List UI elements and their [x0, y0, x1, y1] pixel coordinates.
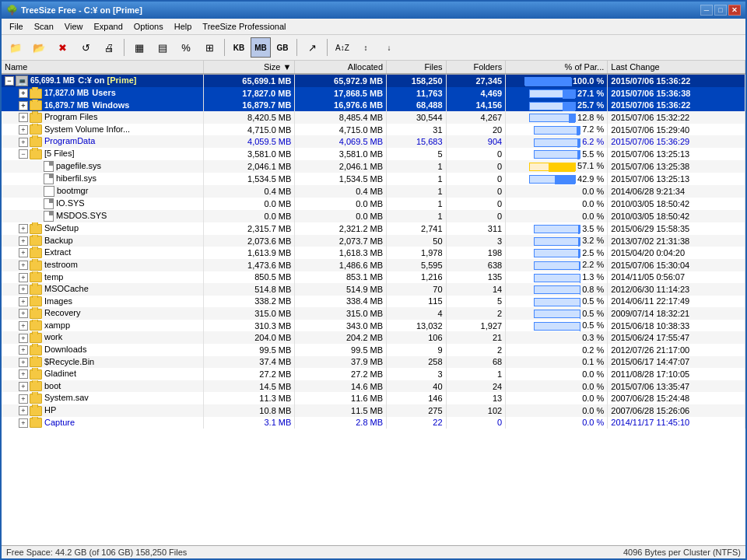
percent-button[interactable]: % — [175, 37, 197, 58]
cell-files: 50 — [387, 235, 447, 247]
expand-icon[interactable]: + — [19, 89, 28, 98]
expand-icon[interactable]: + — [19, 113, 28, 122]
sort-az-button[interactable]: A↕Z — [331, 37, 353, 58]
menu-options[interactable]: Options — [129, 20, 168, 33]
expand-icon[interactable]: + — [19, 101, 28, 110]
expand-icon[interactable]: + — [19, 394, 28, 404]
table-row[interactable]: +System Volume Infor...4,715.0 MB4,715.0… — [2, 124, 745, 136]
maximize-button[interactable]: □ — [714, 5, 727, 16]
table-row[interactable]: +Program Files8,420.5 MB8,485.4 MB30,544… — [2, 111, 745, 124]
table-row[interactable]: IO.SYS0.0 MB0.0 MB100.0 %2010/03/05 18:5… — [2, 198, 745, 210]
barchart-button[interactable]: ▦ — [128, 37, 150, 58]
expand-icon[interactable]: + — [19, 224, 28, 233]
cell-size: 11.3 MB — [203, 392, 295, 404]
table-row[interactable]: +testroom1,473.6 MB1,486.6 MB5,5956382.2… — [2, 259, 745, 271]
table-row[interactable]: +Backup2,073.6 MB2,073.7 MB5033.2 %2013/… — [2, 235, 745, 247]
page-icon — [44, 198, 54, 209]
table-row[interactable]: +work204.0 MB204.2 MB106210.3 %2015/06/2… — [2, 331, 745, 344]
table-row[interactable]: +temp850.5 MB853.1 MB1,2161351.3 %2014/1… — [2, 271, 745, 284]
cell-allocated: 1,534.5 MB — [295, 173, 387, 185]
table-row[interactable]: −💻65,699.1 MBC:¥ on [Prime]65,699.1 MB65… — [2, 74, 745, 87]
menu-help[interactable]: Help — [170, 20, 197, 33]
print-button[interactable]: 🖨 — [98, 37, 120, 58]
expand-icon[interactable]: + — [19, 406, 28, 415]
table-row[interactable]: +ProgramData4,059.5 MB4,069.5 MB15,68390… — [2, 135, 745, 148]
table-row[interactable]: +HP10.8 MB11.5 MB2751020.0 %2007/06/28 1… — [2, 404, 745, 417]
cell-last-change: 2009/07/14 18:32:21 — [608, 307, 745, 320]
menu-scan[interactable]: Scan — [30, 20, 58, 33]
expand-icon[interactable]: − — [19, 149, 28, 159]
grid-button[interactable]: ⊞ — [198, 37, 220, 58]
cell-folders: 0 — [446, 173, 506, 185]
table-row[interactable]: +Extract1,613.9 MB1,618.3 MB1,9781982.5 … — [2, 247, 745, 259]
expand-icon[interactable]: + — [19, 334, 28, 343]
expand-icon[interactable]: + — [19, 273, 28, 282]
table-row[interactable]: +17,827.0 MBUsers17,827.0 MB17,868.5 MB1… — [2, 87, 745, 100]
table-row[interactable]: +Downloads99.5 MB99.5 MB920.2 %2012/07/2… — [2, 344, 745, 356]
expand-icon[interactable]: + — [19, 125, 28, 135]
expand-icon[interactable]: + — [19, 285, 28, 294]
table-row[interactable]: +xampp310.3 MB343.0 MB13,0321,9270.5 %20… — [2, 320, 745, 332]
export-button[interactable]: ↗ — [301, 37, 323, 58]
scan-button[interactable]: 📁 — [5, 37, 26, 58]
page-icon — [44, 173, 54, 184]
table-row[interactable]: MSDOS.SYS0.0 MB0.0 MB100.0 %2010/03/05 1… — [2, 210, 745, 222]
expand-icon[interactable]: + — [19, 309, 28, 318]
col-size[interactable]: Size ▼ — [203, 61, 295, 74]
gb-button[interactable]: GB — [272, 37, 293, 58]
table-row[interactable]: +boot14.5 MB14.6 MB40240.0 %2015/07/06 1… — [2, 380, 745, 393]
table-row[interactable]: +$Recycle.Bin37.4 MB37.9 MB258680.1 %201… — [2, 356, 745, 369]
col-files[interactable]: Files — [387, 61, 447, 74]
expand-icon[interactable]: + — [19, 369, 28, 379]
expand-icon[interactable]: + — [19, 382, 28, 391]
table-row[interactable]: −[5 Files]3,581.0 MB3,581.0 MB505.5 %201… — [2, 148, 745, 160]
col-name[interactable]: Name — [2, 61, 203, 74]
folder-name: temp — [44, 272, 63, 282]
expand-icon[interactable]: + — [19, 321, 28, 331]
cell-allocated: 315.0 MB — [295, 307, 387, 320]
expand-icon[interactable]: + — [19, 297, 28, 306]
table-row[interactable]: +16,879.7 MBWindows16,879.7 MB16,976.6 M… — [2, 100, 745, 112]
expand-icon[interactable]: + — [19, 261, 28, 270]
menu-professional[interactable]: TreeSize Professional — [198, 20, 290, 33]
expand-icon[interactable]: + — [19, 138, 28, 147]
sort-size-button[interactable]: ↕ — [355, 37, 377, 58]
open-button[interactable]: 📂 — [28, 37, 50, 58]
table-row[interactable]: +SwSetup2,315.7 MB2,321.2 MB2,7413113.5 … — [2, 222, 745, 235]
stop-button[interactable]: ✖ — [51, 37, 73, 58]
close-button[interactable]: ✕ — [728, 5, 741, 16]
sort-down-button[interactable]: ↓ — [378, 37, 400, 58]
table-row[interactable]: +MSOCache514.8 MB514.9 MB70140.8 %2012/0… — [2, 283, 745, 296]
expand-icon[interactable]: − — [5, 76, 14, 86]
col-allocated[interactable]: Allocated — [295, 61, 387, 74]
cell-files: 146 — [387, 392, 447, 404]
table-row[interactable]: hiberfil.sys1,534.5 MB1,534.5 MB1042.9 %… — [2, 173, 745, 185]
table-row[interactable]: bootmgr0.4 MB0.4 MB100.0 %2014/06/28 9:2… — [2, 185, 745, 198]
refresh-button[interactable]: ↺ — [75, 37, 96, 58]
menu-expand[interactable]: Expand — [89, 20, 127, 33]
kb-button[interactable]: KB — [229, 37, 249, 58]
cell-last-change: 2015/06/18 10:38:33 — [608, 320, 745, 332]
expand-icon[interactable]: + — [19, 345, 28, 355]
cell-pct: 5.5 % — [506, 148, 608, 160]
mb-button[interactable]: MB — [251, 37, 271, 58]
expand-icon[interactable]: + — [19, 248, 28, 257]
file-list[interactable]: Name Size ▼ Allocated Files Folders % of… — [2, 61, 745, 545]
table-row[interactable]: +Recovery315.0 MB315.0 MB420.5 %2009/07/… — [2, 307, 745, 320]
table-row[interactable]: +Images338.2 MB338.4 MB11550.5 %2014/06/… — [2, 296, 745, 308]
minimize-button[interactable]: ─ — [700, 5, 713, 16]
menu-file[interactable]: File — [5, 20, 28, 33]
table-row[interactable]: +Capture3.1 MB2.8 MB2200.0 %2014/11/17 1… — [2, 417, 745, 429]
table-row[interactable]: +Gladinet27.2 MB27.2 MB310.0 %2011/08/28… — [2, 368, 745, 380]
col-last-change[interactable]: Last Change — [608, 61, 745, 74]
expand-icon[interactable]: + — [19, 418, 28, 428]
chart2-button[interactable]: ▤ — [152, 37, 174, 58]
menu-view[interactable]: View — [60, 20, 88, 33]
table-row[interactable]: pagefile.sys2,046.1 MB2,046.1 MB1057.1 %… — [2, 160, 745, 173]
col-folders[interactable]: Folders — [446, 61, 506, 74]
col-pct[interactable]: % of Par... — [506, 61, 608, 74]
table-row[interactable]: +System.sav11.3 MB11.6 MB146130.0 %2007/… — [2, 392, 745, 404]
expand-icon[interactable]: + — [19, 358, 28, 367]
expand-icon[interactable]: + — [19, 236, 28, 246]
cell-folders: 0 — [446, 417, 506, 429]
